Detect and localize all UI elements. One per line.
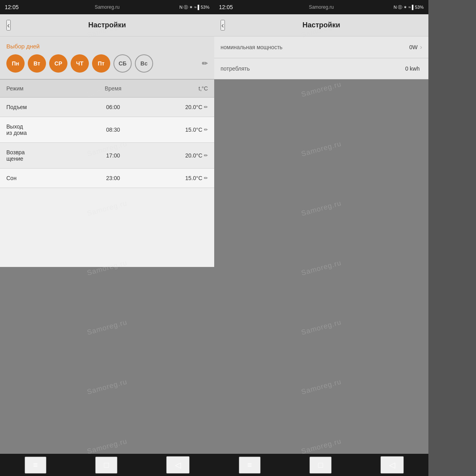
settings-row-consume: потреблять 0 kwh	[214, 58, 428, 79]
schedule-row-подъем[interactable]: Подъем 06:00 20.0°C ✏	[0, 98, 214, 117]
temp-подъем: 20.0°C ✏	[149, 104, 208, 110]
bottom-nav-right: ≡ □ ◁	[214, 454, 428, 476]
day-button-сб[interactable]: СБ	[113, 54, 132, 73]
app-header-right: ‹ Настройки	[214, 14, 428, 36]
col-header-temp: t,°C	[149, 85, 208, 92]
edit-icon-сон: ✏	[204, 175, 208, 181]
nav-home-left[interactable]: □	[95, 457, 117, 474]
schedule-row-выход[interactable]: Выходиз дома 08:30 15.0°C ✏	[0, 117, 214, 143]
edit-icon-возвращение: ✏	[204, 153, 208, 158]
nfc-icon: N	[179, 5, 182, 10]
settings-arrow-power: ›	[420, 44, 422, 51]
status-bar-left: 12:05 Samoreg.ru N ⓪ ✶ ≈ ▌53%	[0, 0, 214, 14]
wifi-icon: ≈	[194, 5, 196, 10]
page-title-left: Настройки	[88, 21, 126, 29]
schedule-table: Режим Время t,°C Подъем 06:00 20.0°C ✏ В…	[0, 80, 214, 267]
col-header-mode: Режим	[6, 85, 77, 92]
wifi-icon-right: ≈	[408, 5, 411, 10]
right-phone-screen: Samoreg.ru Samoreg.ru Samoreg.ru Samoreg…	[214, 0, 428, 476]
app-content-left: Выбор дней Пн Вт СР ЧТ Пт СБ Вс ✏ Режим …	[0, 36, 214, 454]
days-section: Выбор дней Пн Вт СР ЧТ Пт СБ Вс ✏	[0, 36, 214, 80]
nfc-icon-right: N	[393, 5, 397, 10]
app-header-left: ‹ Настройки	[0, 14, 214, 36]
temp-возвращение: 20.0°C ✏	[149, 152, 208, 159]
temp-выход: 15.0°C ✏	[149, 127, 208, 133]
left-phone-screen: Samoreg.ru Samoreg.ru Samoreg.ru Samoreg…	[0, 0, 214, 476]
page-title-right: Настройки	[303, 21, 340, 29]
edit-icon-выход: ✏	[204, 127, 208, 132]
mode-подъем: Подъем	[6, 104, 77, 110]
time-возвращение: 17:00	[77, 152, 148, 159]
settings-value-consume: 0 kwh	[405, 65, 420, 72]
signal-icon: ⓪	[184, 4, 188, 10]
nav-home-right[interactable]: □	[309, 457, 332, 474]
days-label: Выбор дней	[6, 43, 208, 50]
mode-выход: Выходиз дома	[6, 123, 77, 136]
dark-section-left	[0, 267, 214, 454]
nav-back-right[interactable]: ◁	[380, 456, 404, 474]
back-button-right[interactable]: ‹	[221, 20, 225, 31]
time-сон: 23:00	[77, 175, 148, 181]
status-time-left: 12:05	[5, 4, 19, 10]
day-button-пн[interactable]: Пн	[6, 54, 25, 73]
temp-сон: 15.0°C ✏	[149, 175, 208, 181]
bottom-nav-left: ≡ □ ◁	[0, 454, 214, 476]
status-brand-right: Samoreg.ru	[309, 4, 334, 10]
day-button-ср[interactable]: СР	[49, 54, 67, 73]
back-button-left[interactable]: ‹	[6, 20, 11, 31]
settings-label-consume: потреблять	[221, 65, 405, 72]
dark-section-right	[214, 79, 428, 454]
time-подъем: 06:00	[77, 104, 148, 110]
schedule-header: Режим Время t,°C	[0, 80, 214, 98]
status-brand-left: Samoreg.ru	[95, 4, 120, 10]
bluetooth-icon: ✶	[189, 5, 193, 10]
days-row: Пн Вт СР ЧТ Пт СБ Вс ✏	[6, 54, 208, 73]
col-header-time: Время	[77, 85, 148, 92]
battery-icon-right: ▌53%	[412, 5, 424, 10]
schedule-row-сон[interactable]: Сон 23:00 15.0°C ✏	[0, 169, 214, 188]
status-icons-left: N ⓪ ✶ ≈ ▌53%	[179, 4, 209, 10]
bluetooth-icon-right: ✶	[403, 5, 407, 10]
day-button-вс[interactable]: Вс	[135, 54, 153, 73]
battery-icon: ▌53%	[198, 5, 209, 10]
status-bar-right: 12:05 Samoreg.ru N ⓪ ✶ ≈ ▌53%	[214, 0, 428, 14]
nav-back-left[interactable]: ◁	[166, 456, 190, 474]
settings-label-power: номинальная мощность	[221, 44, 409, 50]
nav-menu-left[interactable]: ≡	[25, 457, 47, 474]
time-выход: 08:30	[77, 127, 148, 133]
status-time-right: 12:05	[219, 4, 233, 10]
schedule-row-возвращение[interactable]: Возвращение 17:00 20.0°C ✏	[0, 143, 214, 169]
edit-days-button[interactable]: ✏	[202, 59, 208, 68]
day-button-чт[interactable]: ЧТ	[71, 54, 89, 73]
status-icons-right: N ⓪ ✶ ≈ ▌53%	[393, 4, 424, 10]
settings-value-power: 0W	[409, 44, 418, 50]
settings-row-power[interactable]: номинальная мощность 0W ›	[214, 36, 428, 58]
day-button-пт[interactable]: Пт	[92, 54, 110, 73]
nav-menu-right[interactable]: ≡	[239, 457, 261, 474]
signal-icon-right: ⓪	[398, 4, 402, 10]
day-button-вт[interactable]: Вт	[28, 54, 46, 73]
settings-content: номинальная мощность 0W › потреблять 0 k…	[214, 36, 428, 454]
mode-сон: Сон	[6, 175, 77, 181]
edit-icon-подъем: ✏	[204, 104, 208, 110]
mode-возвращение: Возвращение	[6, 149, 77, 162]
